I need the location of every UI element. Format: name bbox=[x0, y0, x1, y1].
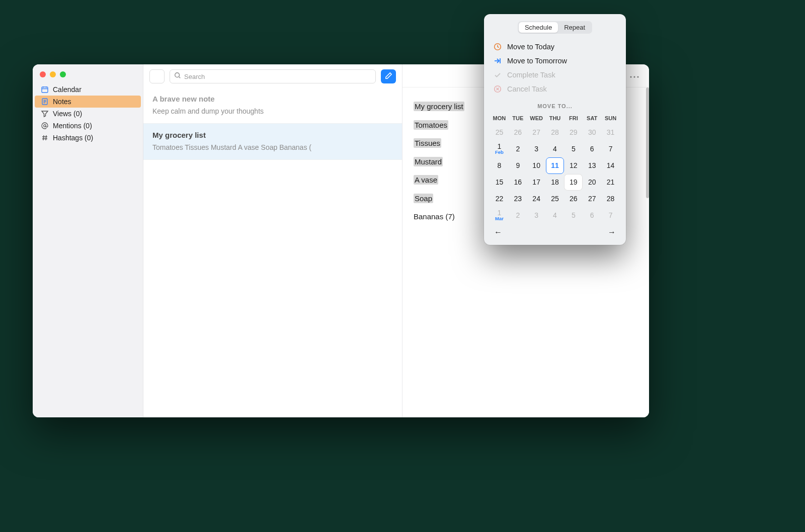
note-preview: Keep calm and dump your thoughts bbox=[152, 107, 393, 115]
move-to-today[interactable]: Move to Today bbox=[490, 40, 620, 54]
pencil-icon bbox=[385, 72, 392, 81]
check-icon bbox=[493, 70, 502, 79]
calendar-day[interactable]: 1Feb bbox=[490, 141, 509, 157]
calendar-day[interactable]: 29 bbox=[564, 124, 583, 141]
calendar-day[interactable]: 11 bbox=[546, 157, 565, 174]
svg-point-4 bbox=[630, 76, 631, 77]
calendar-week: 1Feb234567 bbox=[490, 141, 620, 157]
calendar-day[interactable]: 6 bbox=[583, 141, 601, 157]
calendar-day[interactable]: 27 bbox=[527, 124, 546, 141]
note-title: A brave new note bbox=[152, 95, 393, 103]
calendar-day[interactable]: 5 bbox=[564, 207, 583, 224]
calendar-day[interactable]: 6 bbox=[583, 207, 601, 224]
note-icon bbox=[41, 98, 49, 106]
calendar-day[interactable]: 13 bbox=[583, 157, 601, 174]
menu-label: Move to Tomorrow bbox=[507, 57, 567, 65]
calendar-day[interactable]: 28 bbox=[546, 124, 565, 141]
calendar-week: 891011121314 bbox=[490, 157, 620, 174]
calendar-day[interactable]: 15 bbox=[490, 174, 509, 191]
calendar-prev[interactable]: ← bbox=[492, 227, 504, 238]
calendar-week: 25262728293031 bbox=[490, 124, 620, 141]
calendar-day[interactable]: 3 bbox=[527, 207, 546, 224]
schedule-repeat-segment: Schedule Repeat bbox=[490, 21, 620, 34]
calendar-day[interactable]: 5 bbox=[564, 141, 583, 157]
calendar-day[interactable]: 31 bbox=[601, 124, 620, 141]
calendar-day[interactable]: 2 bbox=[509, 207, 527, 224]
sidebar-item-views[interactable]: Views (0) bbox=[35, 108, 141, 120]
sidebar-item-label: Notes bbox=[53, 98, 71, 106]
search-input[interactable] bbox=[184, 73, 371, 80]
funnel-icon bbox=[41, 110, 49, 118]
filter-button[interactable] bbox=[149, 69, 165, 83]
new-note-button[interactable] bbox=[381, 69, 396, 83]
move-to-tomorrow[interactable]: Move to Tomorrow bbox=[490, 54, 620, 68]
weekday-label: SUN bbox=[601, 113, 620, 124]
calendar-day[interactable]: 10 bbox=[527, 157, 546, 174]
calendar-day[interactable]: 20 bbox=[583, 174, 601, 191]
note-row[interactable]: My grocery listTomatoes Tissues Mustard … bbox=[143, 124, 402, 160]
tab-schedule[interactable]: Schedule bbox=[519, 22, 558, 33]
sidebar-item-notes[interactable]: Notes bbox=[35, 96, 141, 108]
calendar-icon bbox=[41, 85, 49, 94]
calendar-day[interactable]: 4 bbox=[546, 207, 565, 224]
calendar-day[interactable]: 14 bbox=[601, 157, 620, 174]
calendar-day[interactable]: 21 bbox=[601, 174, 620, 191]
calendar-day[interactable]: 26 bbox=[564, 191, 583, 207]
calendar-day[interactable]: 12 bbox=[564, 157, 583, 174]
sidebar-item-hashtags[interactable]: Hashtags (0) bbox=[35, 132, 141, 144]
sidebar-item-label: Hashtags (0) bbox=[53, 134, 93, 142]
calendar-day[interactable]: 7 bbox=[601, 141, 620, 157]
list-toolbar bbox=[143, 64, 402, 87]
menu-label: Complete Task bbox=[507, 71, 555, 79]
calendar-day[interactable]: 7 bbox=[601, 207, 620, 224]
calendar-day[interactable]: 25 bbox=[490, 124, 509, 141]
calendar-day[interactable]: 24 bbox=[527, 191, 546, 207]
fullscreen-window-button[interactable] bbox=[60, 71, 66, 77]
calendar-day[interactable]: 27 bbox=[583, 191, 601, 207]
note-row[interactable]: A brave new noteKeep calm and dump your … bbox=[143, 87, 402, 124]
weekday-label: FRI bbox=[564, 113, 583, 124]
complete-task: Complete Task bbox=[490, 68, 620, 82]
calendar-day[interactable]: 18 bbox=[546, 174, 565, 191]
calendar-day[interactable]: 19 bbox=[564, 174, 583, 191]
arrow-right-bar-icon bbox=[493, 56, 502, 65]
tab-repeat[interactable]: Repeat bbox=[558, 22, 591, 33]
calendar-day[interactable]: 26 bbox=[509, 124, 527, 141]
weekday-label: THU bbox=[546, 113, 565, 124]
calendar-week: 22232425262728 bbox=[490, 191, 620, 207]
calendar-day[interactable]: 4 bbox=[546, 141, 565, 157]
calendar-day[interactable]: 1Mar bbox=[490, 207, 509, 224]
calendar-day[interactable]: 9 bbox=[509, 157, 527, 174]
calendar-day[interactable]: 2 bbox=[509, 141, 527, 157]
calendar-day[interactable]: 8 bbox=[490, 157, 509, 174]
svg-rect-0 bbox=[42, 87, 48, 93]
minimize-window-button[interactable] bbox=[50, 71, 56, 77]
clock-icon bbox=[493, 42, 502, 51]
calendar-day[interactable]: 17 bbox=[527, 174, 546, 191]
notes-list: A brave new noteKeep calm and dump your … bbox=[143, 87, 402, 160]
calendar-next[interactable]: → bbox=[606, 227, 618, 238]
sidebar: CalendarNotesViews (0)Mentions (0)Hashta… bbox=[33, 64, 143, 417]
calendar-week: 15161718192021 bbox=[490, 174, 620, 191]
hash-icon bbox=[41, 134, 49, 142]
calendar-day[interactable]: 16 bbox=[509, 174, 527, 191]
svg-point-6 bbox=[637, 76, 638, 77]
calendar-day[interactable]: 25 bbox=[546, 191, 565, 207]
calendar-weekday-row: MONTUEWEDTHUFRISATSUN bbox=[490, 113, 620, 124]
calendar-title: MOVE TO... bbox=[490, 103, 620, 109]
weekday-label: MON bbox=[490, 113, 509, 124]
menu-label: Move to Today bbox=[507, 43, 554, 51]
calendar-day[interactable]: 22 bbox=[490, 191, 509, 207]
sidebar-item-calendar[interactable]: Calendar bbox=[35, 83, 141, 96]
sidebar-item-mentions[interactable]: Mentions (0) bbox=[35, 120, 141, 132]
calendar-day[interactable]: 30 bbox=[583, 124, 601, 141]
search-box[interactable] bbox=[170, 69, 376, 83]
calendar-day[interactable]: 3 bbox=[527, 141, 546, 157]
window-controls bbox=[33, 69, 143, 83]
close-window-button[interactable] bbox=[40, 71, 46, 77]
cancel-icon bbox=[493, 84, 502, 94]
more-button[interactable] bbox=[627, 69, 642, 82]
sidebar-item-label: Mentions (0) bbox=[53, 122, 92, 130]
calendar-day[interactable]: 23 bbox=[509, 191, 527, 207]
calendar-day[interactable]: 28 bbox=[601, 191, 620, 207]
